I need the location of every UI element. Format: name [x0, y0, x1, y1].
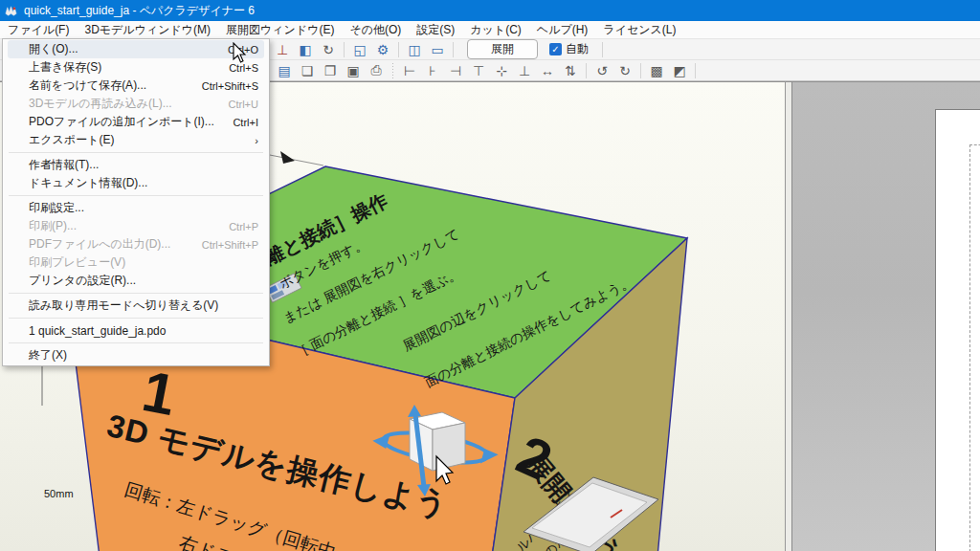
split-window-icon[interactable]: ◫ [404, 41, 425, 58]
menu-help[interactable]: ヘルプ(H) [529, 21, 596, 38]
toolbar-separator [398, 42, 399, 57]
align-middle-icon[interactable]: ⊹ [491, 62, 512, 79]
auto-checkbox-group[interactable]: ✓ 自動 [549, 41, 589, 57]
menu-pattern-window[interactable]: 展開図ウィンドウ(E) [218, 21, 342, 38]
menu-separator [9, 293, 263, 294]
menu-item-print: 印刷(P)... Ctrl+P [8, 217, 264, 235]
menu-item-exit[interactable]: 終了(X) [8, 346, 264, 364]
window-title: quick_start_guide_ja - ペパクラデザイナー 6 [24, 3, 255, 19]
paste-icon[interactable]: ▣ [343, 62, 364, 79]
menu-item-reload-3d-model: 3Dモデルの再読み込み(L)... Ctrl+U [8, 95, 264, 113]
menu-separator [9, 195, 263, 196]
select-settings-icon[interactable]: ⚙ [372, 41, 393, 58]
menu-separator [9, 318, 263, 319]
menu-item-save[interactable]: 上書き保存(S) Ctrl+S [8, 58, 264, 77]
align-left-icon[interactable]: ⊢ [399, 62, 420, 79]
transform-handles-icon[interactable]: ◩ [669, 62, 690, 79]
auto-checkbox[interactable]: ✓ [549, 43, 562, 55]
menu-item-save-as[interactable]: 名前をつけて保存(A)... Ctrl+Shift+S [8, 77, 264, 95]
pattern-pane[interactable] [791, 81, 980, 551]
menu-3d-window[interactable]: 3Dモデルウィンドウ(M) [77, 21, 218, 38]
select-corners-icon[interactable]: ◱ [349, 41, 370, 58]
orbit-rotate-icon[interactable]: ↻ [318, 41, 339, 58]
file-menu: 開く(O)... Ctrl+O 上書き保存(S) Ctrl+S 名前をつけて保存… [2, 38, 270, 366]
menu-item-print-preview: 印刷プレビュー(V) [8, 253, 264, 272]
align-center-h-icon[interactable]: ⊦ [422, 62, 443, 79]
axis-icon[interactable]: ⊥ [272, 41, 293, 58]
toolbar-separator [602, 42, 603, 57]
toolbar-separator [344, 42, 345, 57]
shortcut: Ctrl+P [217, 221, 258, 232]
single-window-icon[interactable]: ▭ [427, 41, 448, 58]
toolbar-separator [453, 42, 454, 57]
menu-item-export[interactable]: エクスポート(E) › [8, 131, 264, 149]
axis-arrow-icon [280, 151, 295, 164]
menu-file[interactable]: ファイル(F) [0, 21, 77, 38]
menu-item-recent-file-1[interactable]: 1 quick_start_guide_ja.pdo [8, 321, 264, 340]
export-file-icon[interactable]: ❐ [320, 62, 341, 79]
toolbar-separator [695, 63, 696, 78]
menu-item-author-info[interactable]: 作者情報(T)... [8, 156, 264, 174]
menu-settings[interactable]: 設定(S) [409, 21, 462, 38]
shortcut: Ctrl+Shift+S [190, 80, 258, 92]
menu-bar: ファイル(F) 3Dモデルウィンドウ(M) 展開図ウィンドウ(E) その他(O)… [0, 21, 980, 38]
menu-item-open[interactable]: 開く(O)... Ctrl+O [8, 40, 264, 58]
mouse-cursor [233, 42, 248, 65]
menu-cut[interactable]: カット(C) [462, 21, 529, 38]
submenu-arrow-icon: › [243, 135, 258, 146]
toolbar-grip[interactable] [391, 63, 394, 78]
app-icon [4, 4, 18, 18]
distribute-v-icon[interactable]: ⇅ [560, 62, 581, 79]
menu-item-document-info[interactable]: ドキュメント情報(D)... [8, 174, 264, 192]
menu-item-import-pdo[interactable]: PDOファイルの追加インポート(I)... Ctrl+I [8, 113, 264, 131]
distribute-h-icon[interactable]: ↔ [537, 62, 558, 79]
menu-item-export-pdf: PDFファイルへの出力(D)... Ctrl+Shift+P [8, 235, 264, 253]
menu-separator [9, 342, 263, 343]
align-top-icon[interactable]: ⊤ [468, 62, 489, 79]
align-right-icon[interactable]: ⊣ [445, 62, 466, 79]
menu-others[interactable]: その他(O) [342, 21, 409, 38]
menu-item-print-settings[interactable]: 印刷設定... [8, 199, 264, 217]
menu-item-readonly-mode[interactable]: 読み取り専用モードへ切り替える(V) [8, 297, 264, 315]
texture-icon[interactable]: ◧ [295, 41, 316, 58]
align-bottom-icon[interactable]: ⊥ [514, 62, 535, 79]
shortcut: Ctrl+U [217, 99, 258, 110]
new-file-icon[interactable]: ❏ [297, 62, 318, 79]
menu-license[interactable]: ライセンス(L) [595, 21, 683, 38]
toolbar-separator [640, 63, 641, 78]
toolbar-separator [586, 63, 587, 78]
arrange-settings-icon[interactable]: ▤ [274, 62, 295, 79]
shortcut: Ctrl+Shift+P [190, 239, 258, 251]
shortcut: Ctrl+I [221, 117, 258, 128]
select-region-icon[interactable]: ▩ [646, 62, 667, 79]
title-bar[interactable]: quick_start_guide_ja - ペパクラデザイナー 6 [0, 0, 980, 21]
scale-label: 50mm [44, 488, 74, 499]
auto-checkbox-label: 自動 [566, 41, 589, 57]
unfold-button[interactable]: 展開 [467, 39, 538, 59]
pattern-page[interactable] [935, 109, 980, 551]
page-margin-guide [969, 144, 980, 551]
menu-item-printer-setup[interactable]: プリンタの設定(R)... [8, 272, 264, 290]
rotate-right-icon[interactable]: ↻ [614, 62, 635, 79]
print-icon[interactable]: ⎙ [366, 62, 387, 79]
rotate-left-icon[interactable]: ↺ [591, 62, 612, 79]
menu-separator [9, 152, 263, 153]
